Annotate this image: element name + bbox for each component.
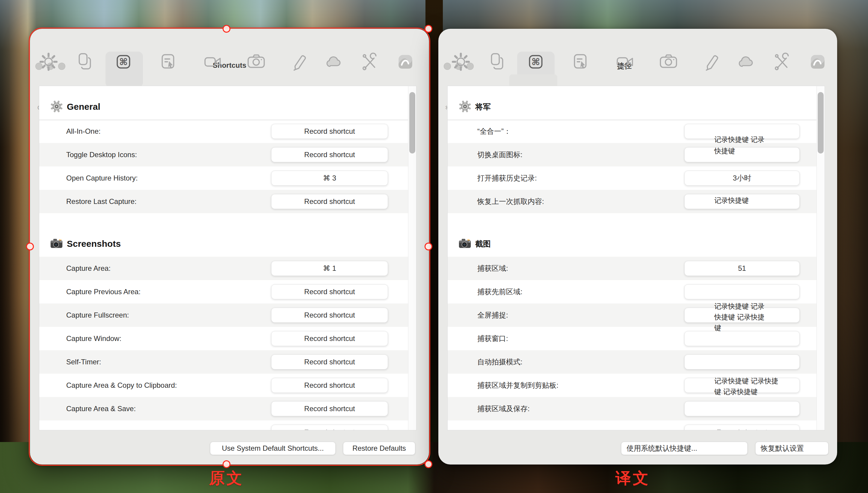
settings-row: 捕获先前区域: bbox=[448, 280, 825, 303]
preferences-window-translated: 捷径将军 壁纸 ⌘捷径 快速访问 录制 屏幕截图 添加注释云 “高级的” 关于 … bbox=[438, 29, 837, 465]
selection-handle-bottom-right[interactable] bbox=[425, 460, 432, 468]
quick-access-icon bbox=[570, 52, 590, 72]
pencil-icon bbox=[289, 52, 308, 72]
tab-item-1[interactable] bbox=[487, 52, 507, 88]
tab-item-3[interactable] bbox=[570, 52, 590, 88]
tab-item-2[interactable]: ⌘ bbox=[526, 52, 546, 88]
tab-item-6[interactable] bbox=[701, 52, 721, 88]
row-label: 切换桌面图标: bbox=[477, 150, 523, 159]
row-label: 捕获区域并复制到剪贴板: bbox=[477, 381, 558, 390]
record-shortcut-button[interactable]: Record shortcut bbox=[684, 425, 800, 430]
settings-panel: 将军“全合一”：记录快捷键 记录 快捷键切换桌面图标:打开捕获历史记录:3小时恢… bbox=[447, 86, 825, 430]
record-shortcut-button[interactable]: ⌘ 3 bbox=[271, 171, 388, 186]
settings-row: “全合一”： bbox=[448, 120, 825, 143]
svg-text:⌘: ⌘ bbox=[531, 57, 540, 67]
camera-emoji-icon bbox=[458, 237, 472, 250]
tab-advanced[interactable] bbox=[360, 52, 380, 88]
record-shortcut-button[interactable]: Record shortcut bbox=[271, 124, 388, 139]
tab-item-5[interactable] bbox=[659, 52, 678, 88]
section-heading: Screenshots bbox=[67, 239, 121, 249]
row-label: Capture Fullscreen: bbox=[66, 311, 129, 319]
settings-row: All-In-One:Record shortcut bbox=[39, 120, 416, 143]
record-shortcut-button[interactable]: Record shortcut bbox=[271, 284, 388, 299]
tab-item-0[interactable] bbox=[451, 52, 471, 88]
translated-label: 译文 bbox=[594, 468, 672, 489]
wallpaper-icon bbox=[75, 52, 94, 72]
settings-row: Self-Timer:Record shortcut bbox=[39, 350, 416, 374]
restore-defaults-button[interactable]: Restore Defaults bbox=[343, 442, 415, 455]
settings-row: 自动拍摄模式: bbox=[448, 350, 825, 374]
settings-row: Capture Area:⌘ 1 bbox=[39, 257, 416, 280]
row-label: Open Capture History: bbox=[66, 174, 138, 182]
scrollbar-track[interactable] bbox=[408, 86, 416, 430]
tab-item-4[interactable] bbox=[615, 52, 635, 88]
record-shortcut-button[interactable]: Record shortcut bbox=[271, 147, 388, 162]
record-shortcut-button[interactable]: Record shortcut bbox=[271, 331, 388, 346]
tab-shortcuts[interactable]: ⌘ bbox=[114, 52, 133, 88]
tab-wallpaper[interactable] bbox=[75, 52, 94, 88]
selection-handle-top[interactable] bbox=[223, 25, 230, 33]
wallpaper-icon bbox=[487, 52, 507, 72]
settings-panel: GeneralAll-In-One:Record shortcutToggle … bbox=[39, 86, 416, 430]
record-shortcut-button[interactable]: Record shortcut bbox=[271, 378, 388, 393]
section-heading: 将军 bbox=[475, 102, 491, 112]
scrollbar-thumb[interactable] bbox=[409, 92, 415, 153]
selection-handle-left[interactable] bbox=[26, 242, 34, 251]
settings-row: Capture Area & Save:Record shortcut bbox=[39, 397, 416, 421]
restore-defaults-button[interactable]: 恢复默认设置 bbox=[755, 442, 828, 455]
row-label: “全合一”： bbox=[477, 127, 511, 136]
scrollbar-track[interactable] bbox=[817, 86, 825, 430]
tab-about[interactable] bbox=[395, 52, 415, 88]
gear-icon bbox=[451, 52, 471, 72]
close-button[interactable] bbox=[444, 63, 451, 70]
command-icon: ⌘ bbox=[526, 52, 546, 72]
record-shortcut-button[interactable] bbox=[684, 401, 800, 416]
use-system-default-shortcuts-button[interactable]: Use System Default Shortcuts... bbox=[210, 442, 336, 455]
row-label: Capture Window: bbox=[66, 334, 121, 343]
tools-icon bbox=[772, 52, 792, 72]
record-shortcut-button[interactable] bbox=[684, 331, 800, 346]
settings-row: Open Capture History:⌘ 3 bbox=[39, 167, 416, 190]
tools-icon bbox=[360, 52, 380, 72]
scrollbar-thumb[interactable] bbox=[818, 92, 824, 153]
camera-icon bbox=[246, 52, 266, 72]
row-label: 自动拍摄模式: bbox=[477, 357, 523, 367]
record-shortcut-button[interactable]: 51 bbox=[684, 261, 800, 276]
row-label: Restore Last Capture: bbox=[66, 197, 137, 206]
row-label: 打开捕获历史记录: bbox=[477, 173, 537, 183]
app-logo-icon bbox=[808, 52, 827, 72]
selection-handle-top-right[interactable] bbox=[425, 25, 432, 33]
record-shortcut-button[interactable] bbox=[684, 355, 800, 369]
settings-row: Restore Last Capture:Record shortcut bbox=[39, 190, 416, 213]
tab-recording[interactable] bbox=[203, 52, 223, 88]
tab-item-9[interactable] bbox=[808, 52, 827, 88]
tab-quick-access[interactable] bbox=[158, 52, 178, 88]
record-shortcut-button[interactable] bbox=[684, 284, 800, 299]
pencil-icon bbox=[701, 52, 721, 72]
record-shortcut-button[interactable]: Record shortcut bbox=[271, 355, 388, 369]
tab-cloud[interactable] bbox=[324, 52, 343, 88]
selection-handle-bottom[interactable] bbox=[223, 460, 230, 468]
use-system-default-shortcuts-button[interactable]: 使用系统默认快捷键... bbox=[621, 442, 748, 455]
tab-item-8[interactable] bbox=[772, 52, 792, 88]
record-shortcut-button[interactable]: Record shortcut bbox=[271, 401, 388, 416]
tab-annotate[interactable] bbox=[289, 52, 308, 88]
tab-item-7[interactable] bbox=[736, 52, 756, 88]
record-shortcut-button[interactable]: Record shortcut bbox=[271, 425, 388, 430]
record-shortcut-button[interactable]: Record shortcut bbox=[271, 308, 388, 323]
command-icon: ⌘ bbox=[114, 52, 133, 72]
record-shortcut-button[interactable]: 3小时 bbox=[684, 171, 800, 186]
settings-row: Capture Area & Copy to Clipboard:Record … bbox=[39, 374, 416, 397]
selection-handle-right[interactable] bbox=[425, 242, 432, 251]
tab-screenshots[interactable] bbox=[246, 52, 266, 88]
record-shortcut-button[interactable]: Record shortcut bbox=[271, 194, 388, 209]
settings-row: Toggle Desktop Icons:Record shortcut bbox=[39, 143, 416, 167]
row-label: 捕获区域及保存: bbox=[477, 404, 530, 413]
tab-general[interactable] bbox=[39, 52, 59, 88]
settings-row: 恢复上一次抓取内容: bbox=[448, 190, 825, 213]
cloud-icon bbox=[736, 52, 756, 72]
translated-shortcut-text: 记录快捷键 bbox=[714, 195, 749, 206]
row-label: 恢复上一次抓取内容: bbox=[477, 197, 544, 206]
row-label: Toggle Desktop Icons: bbox=[66, 151, 137, 159]
record-shortcut-button[interactable]: ⌘ 1 bbox=[271, 261, 388, 276]
